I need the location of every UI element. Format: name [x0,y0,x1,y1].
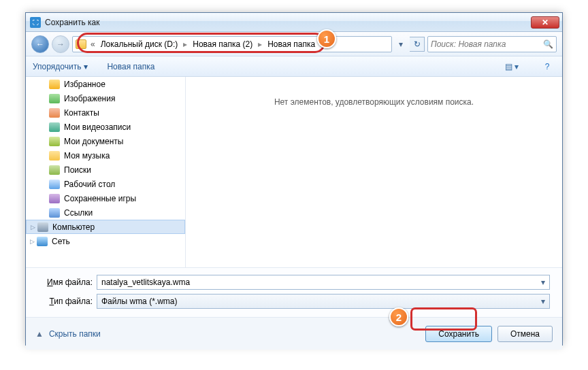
hide-folders-link[interactable]: Скрыть папки [49,329,101,339]
refresh-button[interactable]: ↻ [410,37,425,52]
folder-icon [76,39,86,49]
tree-item-saved-games[interactable]: Сохраненные игры [26,191,185,205]
nav-tree[interactable]: Избранное Изображения Контакты Мои видео… [26,77,186,267]
chevron-right-icon: ▸ [182,39,189,49]
filetype-select[interactable]: Файлы wma (*.wma)▾ [97,294,550,309]
help-button[interactable]: ? [539,59,555,74]
toolbar: Упорядочить ▾ Новая папка ▤ ▾ ? [26,56,562,77]
desktop-icon [49,180,60,189]
cancel-button[interactable]: Отмена [497,326,553,342]
tree-item-pictures[interactable]: Изображения [26,91,185,105]
tree-item-contacts[interactable]: Контакты [26,105,185,120]
search-input[interactable] [431,39,543,49]
breadcrumb-item[interactable]: Новая папка (2) [189,37,257,52]
video-icon [49,122,60,132]
computer-icon [37,222,48,232]
window-title: Сохранить как [45,18,531,27]
breadcrumb-item[interactable]: Новая папка [263,37,319,52]
chevron-down-icon: ▾ [84,62,88,71]
titlebar: ⛶ Сохранить как ✕ [26,13,562,32]
view-button[interactable]: ▤ ▾ [504,59,520,74]
star-icon [49,80,60,89]
chevron-right-icon: ▸ [257,39,263,49]
bottom-bar: ▲ Скрыть папки Сохранить Отмена [26,317,562,350]
search-icon[interactable]: 🔍 [543,39,553,49]
file-fields: Имя файла: natalya_vetlitskaya.wma▾ Тип … [26,267,562,317]
file-list: Нет элементов, удовлетворяющих условиям … [186,77,562,267]
tree-item-computer[interactable]: Компьютер [26,220,185,234]
filename-input[interactable]: natalya_vetlitskaya.wma▾ [97,275,550,290]
annotation-marker-2: 2 [389,307,408,326]
search-folder-icon [49,165,60,175]
chevron-up-icon: ▲ [35,329,44,339]
organize-menu[interactable]: Упорядочить ▾ [33,62,88,71]
nav-row: ← → « Локальный диск (D:) ▸ Новая папка … [26,32,562,56]
chevron-down-icon[interactable]: ▾ [541,278,545,287]
annotation-marker-1: 1 [317,29,336,48]
tree-item-links[interactable]: Ссылки [26,205,185,220]
music-icon [49,151,60,161]
tree-item-searches[interactable]: Поиски [26,163,185,177]
save-button[interactable]: Сохранить [425,326,492,342]
empty-message: Нет элементов, удовлетворяющих условиям … [274,97,474,107]
tree-item-favorites[interactable]: Избранное [26,77,185,91]
breadcrumb-item[interactable]: Локальный диск (D:) [97,37,182,52]
new-folder-button[interactable]: Новая папка [107,62,154,71]
tree-item-network[interactable]: Сеть [26,234,185,248]
back-button[interactable]: ← [31,35,49,53]
filetype-label: Тип файла: [38,297,93,306]
body: Избранное Изображения Контакты Мои видео… [26,77,562,267]
tree-item-documents[interactable]: Мои документы [26,134,185,148]
address-dropdown[interactable]: ▾ [395,39,407,49]
links-icon [49,208,60,218]
documents-icon [49,137,60,146]
network-icon [37,237,48,246]
forward-button[interactable]: → [52,35,69,53]
saved-games-icon [49,194,60,203]
tree-item-videos[interactable]: Мои видеозаписи [26,120,185,134]
overflow-icon[interactable]: « [89,39,97,49]
search-box[interactable]: 🔍 [427,36,557,52]
close-button[interactable]: ✕ [531,16,559,29]
address-bar[interactable]: « Локальный диск (D:) ▸ Новая папка (2) … [72,36,392,52]
app-icon: ⛶ [30,17,41,28]
tree-item-desktop[interactable]: Рабочий стол [26,177,185,191]
tree-item-music[interactable]: Моя музыка [26,148,185,163]
save-as-dialog: ⛶ Сохранить как ✕ ← → « Локальный диск (… [25,12,563,346]
pictures-icon [49,94,60,103]
chevron-down-icon[interactable]: ▾ [541,297,545,306]
filename-label: Имя файла: [38,278,93,287]
contacts-icon [49,108,60,118]
